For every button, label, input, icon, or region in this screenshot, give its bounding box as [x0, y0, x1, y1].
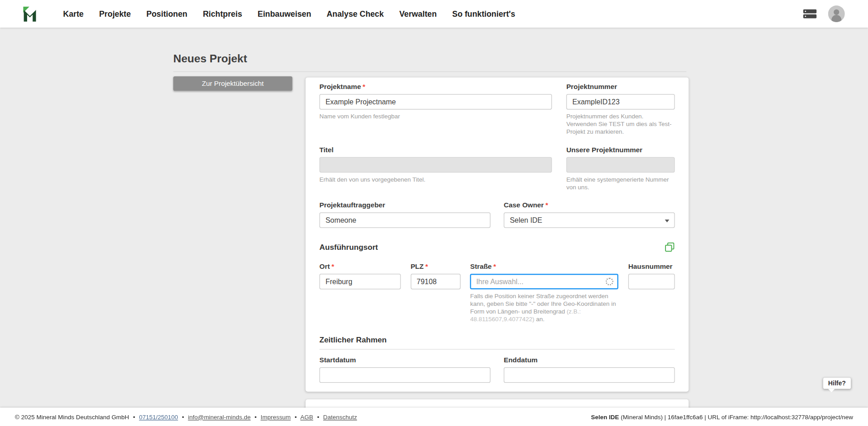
- enddatum-input[interactable]: [504, 367, 675, 383]
- help-button[interactable]: Hilfe?: [823, 378, 851, 389]
- nav-right-tools: [803, 5, 845, 22]
- strasse-input[interactable]: [470, 274, 618, 289]
- footer-session-info: Selen IDE (Mineral Minds) | 16fae1ffc6a6…: [581, 407, 853, 426]
- projektauftraggeber-input[interactable]: [320, 212, 491, 228]
- nav-item-karte[interactable]: Karte: [63, 9, 84, 19]
- nav-item-einbauweisen[interactable]: Einbauweisen: [258, 9, 311, 19]
- row-auftraggeber-caseowner: Projektauftraggeber Case Owner* Selen ID…: [320, 201, 675, 228]
- user-avatar[interactable]: [828, 5, 845, 22]
- projektnummer-label: Projektnummer: [566, 83, 675, 91]
- page-footer: © 2025 Mineral Minds Deutschland GmbH • …: [0, 407, 868, 426]
- footer-session-detail: (Mineral Minds) | 16fae1ffc6a6 | URL of …: [619, 413, 853, 420]
- row-titel-unsere-projektnummer: Titel Erhält den von uns vorgegebenen Ti…: [320, 146, 675, 191]
- field-titel: Titel Erhält den von uns vorgegebenen Ti…: [320, 146, 552, 191]
- footer-user-name: Selen IDE: [591, 413, 619, 420]
- project-overview-button[interactable]: Zur Projektübersicht: [173, 76, 292, 91]
- titel-helper: Erhält den von uns vorgegebenen Titel.: [320, 175, 552, 183]
- footer-left: © 2025 Mineral Minds Deutschland GmbH • …: [15, 413, 357, 420]
- projektname-label: Projektname*: [320, 83, 552, 91]
- row-dates: Startdatum Enddatum: [320, 356, 675, 383]
- ort-label: Ort*: [320, 263, 401, 271]
- projektnummer-input[interactable]: [566, 94, 675, 109]
- required-asterisk: *: [331, 263, 334, 271]
- footer-impressum-link[interactable]: Impressum: [260, 413, 291, 420]
- app-root: Karte Projekte Positionen Richtpreis Ein…: [0, 0, 868, 426]
- field-enddatum: Enddatum: [504, 356, 675, 383]
- case-owner-select[interactable]: Selen IDE: [504, 212, 675, 228]
- footer-agb-link[interactable]: AGB: [300, 413, 313, 420]
- enddatum-label: Enddatum: [504, 356, 675, 365]
- startdatum-input[interactable]: [320, 367, 491, 383]
- field-strasse: Straße* Falls die Position keiner Straße…: [470, 263, 618, 323]
- nav-item-projekte[interactable]: Projekte: [99, 9, 131, 19]
- nav-item-richtpreis[interactable]: Richtpreis: [203, 9, 242, 19]
- case-owner-label: Case Owner*: [504, 201, 675, 210]
- footer-datenschutz-link[interactable]: Datenschutz: [323, 413, 357, 420]
- projektname-input[interactable]: [320, 94, 552, 109]
- page-title-wrap: Neues Projekt: [173, 52, 686, 72]
- required-asterisk: *: [363, 83, 365, 91]
- strasse-helper: Falls die Position keiner Straße zugeord…: [470, 292, 618, 323]
- projektnummer-helper: Projektnummer des Kunden. Verwenden Sie …: [566, 112, 675, 136]
- nav-item-so-funktionierts[interactable]: So funktioniert's: [452, 9, 515, 19]
- chevron-down-icon: [665, 220, 670, 222]
- plz-input[interactable]: [410, 274, 460, 289]
- mineral-minds-logo-icon[interactable]: [21, 5, 39, 22]
- ausfuehrungsort-title: Ausführungsort: [320, 243, 378, 252]
- projektauftraggeber-label: Projektauftraggeber: [320, 201, 491, 210]
- unsere-projektnummer-helper: Erhält eine systemgenerierte Nummer von …: [566, 175, 675, 191]
- case-owner-value: Selen IDE: [510, 216, 542, 224]
- top-navigation: Karte Projekte Positionen Richtpreis Ein…: [0, 0, 868, 28]
- section-ausfuehrungsort: Ausführungsort: [320, 242, 675, 252]
- section-divider: [320, 349, 675, 350]
- copy-icon[interactable]: [665, 242, 675, 252]
- zeitlicher-rahmen-title: Zeitlicher Rahmen: [320, 335, 675, 345]
- field-hausnummer: Hausnummer: [628, 263, 675, 323]
- field-projektnummer: Projektnummer Projektnummer des Kunden. …: [566, 83, 675, 136]
- section-zeitlicher-rahmen: Zeitlicher Rahmen: [320, 335, 675, 350]
- nav-item-verwalten[interactable]: Verwalten: [399, 9, 437, 19]
- nav-item-positionen[interactable]: Positionen: [146, 9, 188, 19]
- plz-label: PLZ*: [410, 263, 460, 271]
- hausnummer-label: Hausnummer: [628, 263, 675, 271]
- projektname-helper: Name vom Kunden festlegbar: [320, 112, 552, 120]
- row-projektname-projektnummer: Projektname* Name vom Kunden festlegbar …: [320, 83, 675, 136]
- field-ort: Ort*: [320, 263, 401, 323]
- strasse-label: Straße*: [470, 263, 618, 271]
- field-projektname: Projektname* Name vom Kunden festlegbar: [320, 83, 552, 136]
- nav-item-analyse-check[interactable]: Analyse Check: [327, 9, 384, 19]
- required-asterisk: *: [425, 263, 428, 271]
- copyright-text: © 2025 Mineral Minds Deutschland GmbH: [15, 413, 129, 420]
- footer-phone-link[interactable]: 07151/250100: [139, 413, 178, 420]
- required-asterisk: *: [493, 263, 496, 271]
- ort-input[interactable]: [320, 274, 401, 289]
- titel-input: [320, 157, 552, 173]
- row-address: Ort* PLZ* Straße* Falls die Po: [320, 263, 675, 323]
- startdatum-label: Startdatum: [320, 356, 491, 365]
- unsere-projektnummer-input: [566, 157, 675, 173]
- server-icon[interactable]: [803, 8, 817, 19]
- main-menu: Karte Projekte Positionen Richtpreis Ein…: [63, 9, 515, 19]
- footer-email-link[interactable]: info@mineral-minds.de: [188, 413, 251, 420]
- new-project-form-card: Projektname* Name vom Kunden festlegbar …: [306, 77, 689, 392]
- strasse-input-wrap: [470, 274, 618, 289]
- field-plz: PLZ*: [410, 263, 460, 323]
- unsere-projektnummer-label: Unsere Projektnummer: [566, 146, 675, 154]
- required-asterisk: *: [545, 201, 548, 209]
- page-title: Neues Projekt: [173, 52, 686, 65]
- field-projektauftraggeber: Projektauftraggeber: [320, 201, 491, 228]
- field-case-owner: Case Owner* Selen IDE: [504, 201, 675, 228]
- titel-label: Titel: [320, 146, 552, 154]
- hausnummer-input[interactable]: [628, 274, 675, 289]
- field-startdatum: Startdatum: [320, 356, 491, 383]
- field-unsere-projektnummer: Unsere Projektnummer Erhält eine systemg…: [566, 146, 675, 191]
